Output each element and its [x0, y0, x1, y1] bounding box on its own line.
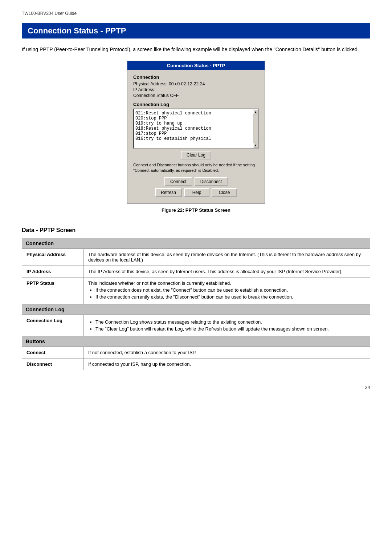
disconnect-button[interactable]: Disconnect [195, 177, 228, 186]
log-line: 018:Reset physical connection [135, 126, 252, 131]
close-button[interactable]: Close [212, 188, 237, 197]
list-item: The Connection Log shows status messages… [95, 319, 366, 325]
figure-caption: Figure 22: PPTP Status Screen [22, 207, 370, 213]
buttons-section-header: Buttons [22, 336, 370, 347]
connection-log-label: Connection Log [133, 102, 259, 107]
connect-button[interactable]: Connect [164, 177, 192, 186]
connection-section-header: Connection [22, 238, 370, 248]
refresh-button[interactable]: Refresh [155, 188, 182, 197]
scrollbar-thumb[interactable] [254, 115, 258, 142]
pptp-status-intro: This indicates whether or not the connec… [88, 280, 231, 286]
table-row: Physical Address The hardware address of… [22, 248, 370, 266]
table-row: IP Address The IP Address of this device… [22, 266, 370, 277]
list-item: The "Clear Log" button will restart the … [95, 326, 366, 332]
dialog-titlebar: Connection Status - PPTP [127, 61, 265, 70]
intro-text: If using PPTP (Peer-to-Peer Tunneling Pr… [22, 46, 370, 53]
connection-section-label: Connection [133, 74, 259, 80]
help-button[interactable]: Help [184, 188, 209, 197]
table-row: PPTP Status This indicates whether or no… [22, 277, 370, 304]
connection-log-section-header: Connection Log [22, 304, 370, 315]
scrollbar-up-arrow[interactable]: ▲ [253, 109, 258, 114]
list-item: If the connection does not exist, the "C… [95, 287, 366, 293]
ip-address-field: IP Address: [133, 87, 259, 92]
list-item: If the connection currently exists, the … [95, 294, 366, 300]
data-section-title: Data - PPTP Screen [22, 227, 370, 234]
page-title: Connection Status - PPTP [22, 23, 370, 39]
clear-log-button[interactable]: Clear Log [181, 151, 211, 159]
table-row: Disconnect If connected to your ISP, han… [22, 358, 370, 370]
data-table: Connection Physical Address The hardware… [22, 238, 370, 370]
table-row: Connection Log The Connection Log shows … [22, 315, 370, 336]
doc-header: TW100-BRV204 User Guide [22, 11, 370, 16]
log-line: 019:try to hang up [135, 121, 252, 126]
dialog-note: Connect and Disconnect buttons should on… [133, 162, 259, 174]
physical-address-field: Physical Address: 00-c0-02-12-22-24 [133, 81, 259, 86]
log-line: 016:try to establish physical [135, 136, 252, 141]
log-line: 021:Reset physical connection [135, 111, 252, 116]
log-area: 021:Reset physical connection020:stop PP… [133, 109, 259, 149]
scrollbar-down-arrow[interactable]: ▼ [253, 143, 258, 148]
page-number: 34 [22, 385, 370, 390]
dialog-box: Connection Status - PPTP Connection Phys… [127, 61, 265, 204]
table-row: Connect If not connected, establish a co… [22, 347, 370, 358]
connection-status-field: Connection Status OFF [133, 93, 259, 98]
log-line: 017:stop PPP [135, 131, 252, 136]
log-line: 020:stop PPP [135, 116, 252, 121]
